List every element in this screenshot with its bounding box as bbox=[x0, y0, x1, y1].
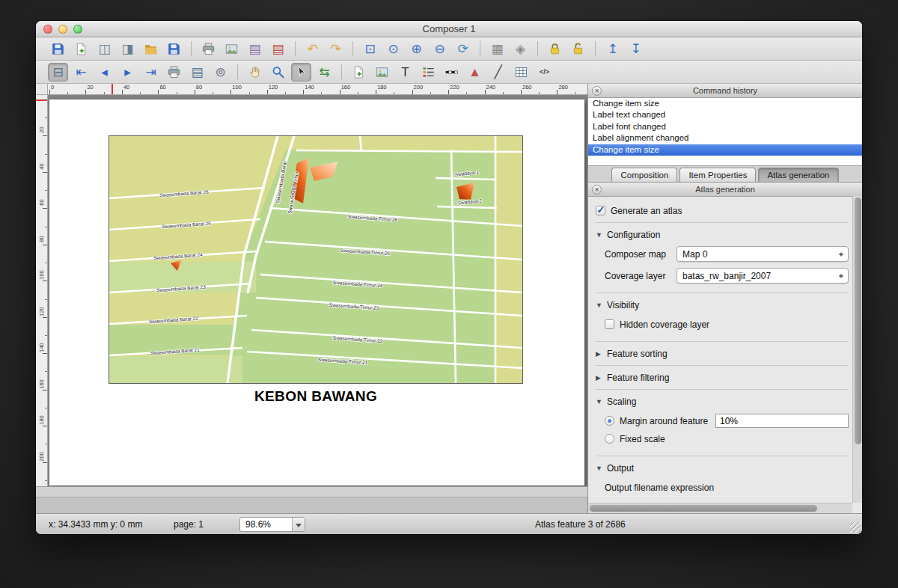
preview-atlas-icon[interactable]: ⊟ bbox=[48, 63, 68, 82]
scrollbar-thumb[interactable] bbox=[590, 505, 817, 512]
ruler-tick-label: 0 bbox=[38, 95, 45, 99]
fixed-scale-radio[interactable] bbox=[605, 434, 614, 444]
load-template-icon[interactable] bbox=[141, 40, 161, 58]
composer-map-combo[interactable]: Map 0 bbox=[676, 246, 849, 262]
atlas-previous-feature-icon[interactable]: ◂ bbox=[94, 63, 114, 82]
fixed-scale-label: Fixed scale bbox=[620, 434, 665, 444]
map-title-label[interactable]: KEBON BAWANG bbox=[109, 388, 523, 405]
history-item[interactable]: Label text changed bbox=[588, 109, 862, 120]
ruler-tick-label: 80 bbox=[196, 84, 202, 91]
disclosure-triangle-icon[interactable] bbox=[596, 374, 604, 382]
panel-vertical-scrollbar[interactable] bbox=[852, 196, 862, 503]
margin-around-feature-radio[interactable] bbox=[605, 416, 614, 426]
zoom-actual-icon[interactable]: ⊙ bbox=[383, 40, 403, 58]
scrollbar-thumb[interactable] bbox=[855, 197, 861, 444]
output-section-label: Output bbox=[607, 463, 634, 474]
close-window-button[interactable] bbox=[43, 25, 52, 34]
composer-page[interactable]: Swasembada Barat 26Swasembada Barat 25Sw… bbox=[49, 99, 584, 486]
zoom-window-button[interactable] bbox=[73, 25, 82, 34]
pan-tool-icon[interactable] bbox=[245, 63, 265, 82]
resize-grip[interactable] bbox=[850, 522, 861, 533]
disclosure-triangle-icon[interactable] bbox=[596, 398, 604, 405]
canvas-horizontal-scrollbar[interactable] bbox=[36, 487, 587, 497]
ruler-tick-label: 220 bbox=[450, 84, 459, 91]
ruler-tick bbox=[575, 92, 576, 94]
coverage-layer-value: batas_rw_banjir_2007 bbox=[682, 271, 771, 281]
generate-atlas-checkbox[interactable] bbox=[596, 206, 605, 215]
redo-icon[interactable]: ↷ bbox=[326, 40, 346, 58]
duplicate-composition-icon[interactable]: ◫ bbox=[94, 40, 114, 58]
add-arrow-icon[interactable]: ╱ bbox=[488, 63, 508, 82]
titlebar[interactable]: Composer 1 bbox=[36, 21, 862, 37]
ruler-tick bbox=[43, 135, 47, 136]
new-composition-icon[interactable] bbox=[71, 40, 91, 58]
history-item[interactable]: Change item size bbox=[588, 144, 862, 156]
close-panel-icon[interactable] bbox=[592, 185, 602, 195]
save-project-icon[interactable] bbox=[48, 40, 68, 58]
lower-selected-items-icon[interactable]: ↧ bbox=[626, 40, 646, 58]
atlas-first-feature-icon[interactable]: ⇤ bbox=[71, 63, 91, 82]
hidden-coverage-layer-checkbox[interactable] bbox=[605, 319, 614, 329]
move-item-content-icon[interactable]: ⇆ bbox=[314, 63, 335, 82]
zoom-in-icon[interactable]: ⊕ bbox=[406, 40, 427, 58]
disclosure-triangle-icon[interactable] bbox=[596, 231, 604, 239]
export-svg-icon[interactable]: ▤ bbox=[245, 40, 265, 58]
snap-grid-icon[interactable]: ▦ bbox=[487, 40, 507, 58]
add-html-icon[interactable]: </> bbox=[534, 63, 555, 82]
disclosure-triangle-icon[interactable] bbox=[596, 301, 604, 309]
margin-value-input[interactable] bbox=[715, 414, 849, 428]
raise-selected-items-icon[interactable]: ↥ bbox=[602, 40, 623, 58]
atlas-last-feature-icon[interactable]: ⇥ bbox=[141, 63, 161, 82]
minimize-window-button[interactable] bbox=[58, 25, 67, 34]
add-table-icon[interactable] bbox=[511, 63, 531, 82]
ruler-tick bbox=[412, 90, 413, 94]
disclosure-triangle-icon[interactable] bbox=[596, 350, 604, 358]
atlas-next-feature-icon[interactable]: ▸ bbox=[117, 63, 138, 82]
coverage-layer-combo[interactable]: batas_rw_banjir_2007 bbox=[676, 268, 849, 284]
history-item[interactable]: Label font changed bbox=[588, 121, 862, 132]
dropdown-arrow-icon[interactable] bbox=[292, 518, 305, 531]
toolbar-separator bbox=[191, 41, 192, 56]
history-item[interactable]: Label alignment changed bbox=[588, 132, 862, 144]
divider bbox=[596, 222, 849, 223]
refresh-view-icon[interactable]: ⟳ bbox=[453, 40, 473, 58]
print-atlas-icon[interactable] bbox=[164, 63, 184, 82]
history-item[interactable]: Change item size bbox=[588, 98, 862, 109]
toolbar-separator bbox=[595, 41, 596, 56]
composition-manager-icon[interactable]: ◨ bbox=[117, 40, 138, 58]
export-atlas-icon[interactable]: ▤ bbox=[187, 63, 207, 82]
atlas-panel-title: Atlas generation bbox=[695, 185, 755, 194]
combo-arrows-icon bbox=[837, 271, 845, 281]
tab-item-properties[interactable]: Item Properties bbox=[679, 168, 756, 182]
add-legend-icon[interactable] bbox=[418, 63, 439, 82]
zoom-out-icon[interactable]: ⊖ bbox=[430, 40, 450, 58]
add-image-icon[interactable] bbox=[372, 63, 392, 82]
add-map-icon[interactable] bbox=[349, 63, 369, 82]
atlas-settings-icon[interactable]: ⊚ bbox=[210, 63, 230, 82]
close-panel-icon[interactable] bbox=[592, 86, 602, 96]
zoom-level-combo[interactable]: 98.6% bbox=[239, 517, 305, 532]
lock-selected-items-icon[interactable] bbox=[545, 40, 565, 58]
visibility-section-label: Visibility bbox=[607, 300, 639, 310]
tab-composition[interactable]: Composition bbox=[611, 168, 677, 182]
print-icon[interactable] bbox=[198, 40, 219, 58]
add-label-icon[interactable]: T bbox=[395, 63, 415, 82]
select-move-item-icon[interactable] bbox=[291, 63, 311, 82]
window-title: Composer 1 bbox=[423, 23, 476, 34]
ruler-tick bbox=[45, 227, 47, 227]
zoom-full-icon[interactable]: ⊡ bbox=[360, 40, 380, 58]
tab-atlas-generation[interactable]: Atlas generation bbox=[758, 168, 838, 182]
export-pdf-icon[interactable]: ▤ bbox=[268, 40, 288, 58]
disclosure-triangle-icon[interactable] bbox=[596, 465, 604, 472]
composer-canvas[interactable]: Swasembada Barat 26Swasembada Barat 25Sw… bbox=[48, 95, 587, 486]
map-item[interactable]: Swasembada Barat 26Swasembada Barat 25Sw… bbox=[109, 135, 523, 384]
smart-guides-icon[interactable]: ◈ bbox=[510, 40, 531, 58]
panel-horizontal-scrollbar[interactable] bbox=[588, 503, 852, 513]
add-shape-icon[interactable]: ▲ bbox=[465, 63, 485, 82]
zoom-tool-icon[interactable] bbox=[268, 63, 288, 82]
undo-icon[interactable]: ↶ bbox=[302, 40, 323, 58]
export-image-icon[interactable] bbox=[222, 40, 242, 58]
unlock-all-items-icon[interactable] bbox=[568, 40, 588, 58]
save-template-icon[interactable] bbox=[164, 40, 184, 58]
add-scalebar-icon[interactable] bbox=[442, 63, 462, 82]
